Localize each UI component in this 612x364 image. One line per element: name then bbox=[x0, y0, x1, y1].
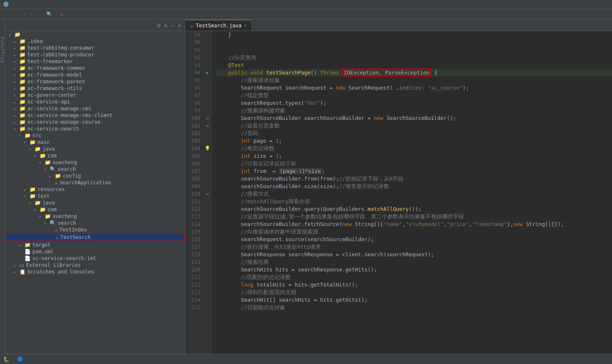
tree-framework-parent[interactable]: ▸ 📁 xc-framework-parent bbox=[5, 78, 185, 85]
breadcrumb-bar: › › › › › › › 🔍 › ☕ bbox=[0, 9, 612, 19]
code-container[interactable]: 8990919293949596979899100101102103104105… bbox=[185, 31, 612, 354]
tree-target[interactable]: ▸ 📁 target bbox=[5, 242, 185, 248]
tree-main[interactable]: ▾ 📁 main bbox=[5, 139, 185, 146]
tree-pom[interactable]: ▸ 📄 pom.xml bbox=[5, 248, 185, 255]
tab-test-search[interactable]: ☕ TestSearch.java × bbox=[185, 20, 252, 31]
panel-header: ⚙ ⇅ − ✕ bbox=[5, 19, 185, 31]
debug-icon: 🐛 bbox=[3, 356, 10, 362]
debug-bar: 🐛 🔵 bbox=[0, 354, 612, 364]
tree-framework-utils[interactable]: ▸ 📁 xc-framework-utils bbox=[5, 85, 185, 92]
tree-framework-common[interactable]: ▸ 📁 xc-framework-common bbox=[5, 65, 185, 72]
tab-bar: ☕ TestSearch.java × bbox=[185, 19, 612, 31]
panel-icons: ⚙ ⇅ − ✕ bbox=[157, 22, 181, 29]
tree-iml[interactable]: ▸ 📄 xc-service-search.iml bbox=[5, 255, 185, 262]
tree-com-main[interactable]: ▾ 📁 com bbox=[5, 152, 185, 159]
breadcrumb-item-9[interactable]: ☕ bbox=[60, 11, 63, 17]
tree-root[interactable]: ▾ 📁 bbox=[5, 31, 185, 38]
tree-external-libs[interactable]: ▸ 🗂 External Libraries bbox=[5, 262, 185, 268]
tree-resources[interactable]: ▸ 📁 resources bbox=[5, 186, 185, 193]
tab-label: TestSearch.java bbox=[196, 23, 241, 29]
tree-search-main[interactable]: ▾ 🔍 search bbox=[5, 166, 185, 173]
tree-src[interactable]: ▾ 📁 src bbox=[5, 132, 185, 139]
settings-icon[interactable]: ⚙ bbox=[157, 22, 160, 29]
tree-xuecheng-main[interactable]: ▾ 📁 xuecheng bbox=[5, 159, 185, 166]
tree-freemarker[interactable]: ▸ 📁 test-freemarker bbox=[5, 58, 185, 65]
tree-com-test[interactable]: ▾ 📁 com bbox=[5, 206, 185, 213]
tree-service-search[interactable]: ▾ 📁 xc-service-search bbox=[5, 125, 185, 132]
tree-rabbitmq-producer[interactable]: ▸ 📁 test-rabbitmq-producer bbox=[5, 51, 185, 58]
expand-icon[interactable]: ⇅ bbox=[164, 22, 168, 29]
tree-arrow: ▾ bbox=[8, 32, 13, 37]
tree-xuecheng-test[interactable]: ▾ 📁 xuecheng bbox=[5, 213, 185, 220]
close-panel-icon[interactable]: ✕ bbox=[178, 22, 181, 29]
app-icon: 🅘 bbox=[3, 2, 8, 8]
tree-scratches[interactable]: ▸ 📋 Scratches and Consoles bbox=[5, 268, 185, 275]
minus-icon[interactable]: − bbox=[171, 22, 174, 29]
tree-idea[interactable]: ▸ 📁 .idea bbox=[5, 38, 185, 45]
editor-area: ☕ TestSearch.java × 89909192939495969798… bbox=[185, 19, 612, 354]
project-panel: ⚙ ⇅ − ✕ ▾ 📁 ▸ 📁 .idea ▸ 📁 test bbox=[5, 19, 185, 354]
tree-rabbitmq-consumer[interactable]: ▸ 📁 test-rabbitmq-consumer bbox=[5, 45, 185, 51]
tree-config[interactable]: ▸ 📁 config bbox=[5, 173, 185, 179]
main-layout: Structure ⚙ ⇅ − ✕ ▾ 📁 ▸ 📁 .idea bbox=[0, 19, 612, 354]
tree-service-api[interactable]: ▸ 📁 xc-service-api bbox=[5, 98, 185, 105]
breadcrumb-item-8[interactable]: 🔍 bbox=[46, 11, 52, 17]
tree-test-search[interactable]: ▸ ☕ TestSearch bbox=[5, 233, 185, 242]
structure-tab[interactable]: Structure bbox=[0, 19, 5, 354]
tab-close-button[interactable]: × bbox=[244, 23, 247, 28]
file-tree: ▾ 📁 ▸ 📁 .idea ▸ 📁 test-rabbitmq-consumer… bbox=[5, 31, 185, 354]
tree-search-test[interactable]: ▾ 🔍 search bbox=[5, 220, 185, 226]
tree-test[interactable]: ▾ 📁 test bbox=[5, 193, 185, 199]
tree-java-test[interactable]: ▾ 📁 java bbox=[5, 199, 185, 206]
structure-label: Structure bbox=[0, 36, 5, 63]
tree-govern-center[interactable]: ▸ 📁 xc-govern-center bbox=[5, 92, 185, 98]
tree-test-index[interactable]: ▸ ☕ TestIndex bbox=[5, 226, 185, 233]
tree-manage-cms[interactable]: ▸ 📁 xc-service-manage-cms bbox=[5, 105, 185, 112]
tree-java-main[interactable]: ▾ 📁 java bbox=[5, 146, 185, 152]
tree-manage-cms-client[interactable]: ▸ 📁 xc-service-manage-cms-client bbox=[5, 112, 185, 119]
tree-manage-course[interactable]: ▸ 📁 xc-service-manage-course bbox=[5, 119, 185, 125]
tab-file-icon: ☕ bbox=[190, 23, 193, 29]
tree-search-application[interactable]: ▸ ☕ SearchApplication bbox=[5, 179, 185, 186]
debug-icon-small: 🔵 bbox=[17, 356, 24, 362]
tree-framework-model[interactable]: ▸ 📁 xc-framework-model bbox=[5, 72, 185, 78]
folder-icon: 📁 bbox=[14, 32, 21, 37]
menu-bar: 🅘 bbox=[0, 0, 612, 9]
